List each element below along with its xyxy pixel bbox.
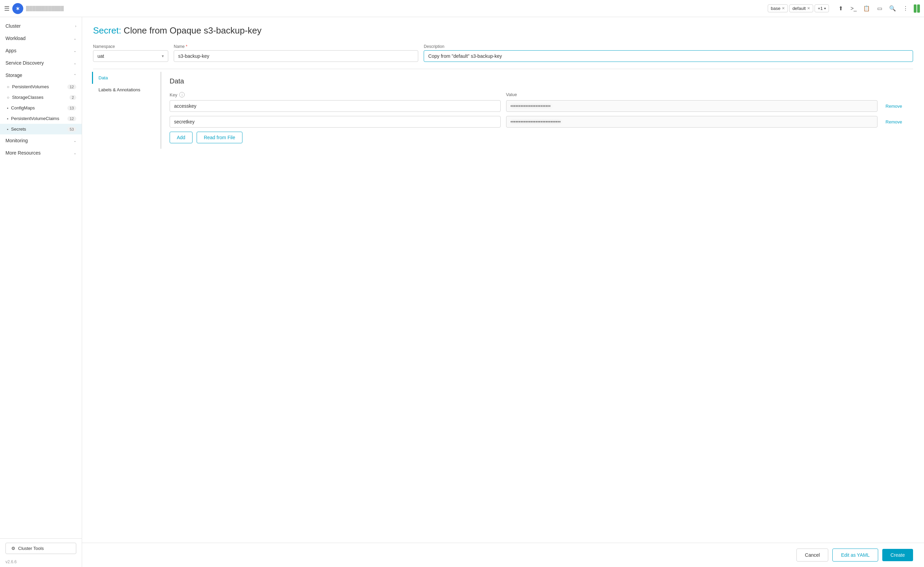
name-label: Name bbox=[174, 44, 418, 49]
file-icon[interactable]: 📋 bbox=[862, 4, 872, 14]
sidebar-section-monitoring-header[interactable]: Monitoring ⌄ bbox=[0, 134, 82, 147]
chevron-up-icon: ⌃ bbox=[74, 74, 76, 77]
sidebar-section-cluster-header[interactable]: Cluster › bbox=[0, 20, 82, 32]
sidebar-section-service-discovery-label: Service Discovery bbox=[6, 60, 44, 66]
context-tag-base[interactable]: base ✕ bbox=[768, 4, 788, 12]
secrets-count: 53 bbox=[68, 127, 76, 132]
sidebar-item-secrets[interactable]: ▪ Secrets 53 bbox=[0, 124, 82, 134]
pvc-icon: ▪ bbox=[7, 116, 8, 121]
gear-icon: ⚙ bbox=[11, 546, 15, 551]
bottom-bar: Cancel Edit as YAML Create bbox=[82, 543, 924, 567]
version-label: v2.6.6 bbox=[0, 558, 82, 567]
pvc-count: 12 bbox=[68, 116, 76, 121]
divider bbox=[93, 69, 913, 69]
upload-icon[interactable]: ⬆ bbox=[836, 4, 845, 14]
sidebar-section-storage-header[interactable]: Storage ⌃ bbox=[0, 69, 82, 81]
sidebar-section-apps-header[interactable]: Apps ⌄ bbox=[0, 45, 82, 57]
kv-remove-button-1[interactable]: Remove bbox=[883, 118, 905, 126]
sidebar-section-more-resources-header[interactable]: More Resources ⌄ bbox=[0, 147, 82, 159]
kv-remove-button-0[interactable]: Remove bbox=[883, 102, 905, 110]
kv-value-input-1[interactable] bbox=[506, 116, 878, 128]
kv-key-input-1[interactable] bbox=[170, 116, 501, 128]
app-logo bbox=[12, 3, 23, 14]
status-bar-2 bbox=[917, 4, 920, 13]
sidebar-content: Cluster › Workload ⌄ Apps ⌄ bbox=[0, 17, 82, 538]
context-tag-base-close[interactable]: ✕ bbox=[782, 6, 785, 10]
sidebar-item-storage-classes-label: StorageClasses bbox=[12, 95, 44, 100]
sidebar-section-apps: Apps ⌄ bbox=[0, 45, 82, 57]
chevron-down-icon-monitoring: ⌄ bbox=[74, 139, 76, 142]
sidebar-item-config-maps-label: ConfigMaps bbox=[11, 105, 34, 111]
more-icon[interactable]: ⋮ bbox=[901, 4, 910, 14]
sidebar-section-storage: Storage ⌃ ○ PersistentVolumes 12 ○ Stora… bbox=[0, 69, 82, 134]
sidebar: Cluster › Workload ⌄ Apps ⌄ bbox=[0, 17, 82, 567]
config-maps-icon: ▪ bbox=[7, 106, 8, 111]
kv-row-1: Remove bbox=[170, 116, 905, 128]
topbar: ☰ ████████████ base ✕ default ✕ +1 ▾ ⬆ >… bbox=[0, 0, 924, 17]
add-button[interactable]: Add bbox=[170, 132, 192, 143]
sidebar-item-config-maps[interactable]: ▪ ConfigMaps 13 bbox=[0, 103, 82, 113]
sidebar-item-persistent-volumes[interactable]: ○ PersistentVolumes 12 bbox=[0, 81, 82, 92]
sidebar-section-more-resources-label: More Resources bbox=[6, 150, 41, 156]
sidebar-item-storage-classes[interactable]: ○ StorageClasses 2 bbox=[0, 92, 82, 103]
terminal-icon[interactable]: >_ bbox=[849, 4, 858, 14]
page-title: Secret: Clone from Opaque s3-backup-key bbox=[93, 25, 913, 36]
context-more-label: +1 bbox=[818, 6, 823, 11]
tab-data-label: Data bbox=[99, 75, 108, 80]
chevron-down-icon-more: ⌄ bbox=[74, 151, 76, 155]
tab-labels-annotations[interactable]: Labels & Annotations bbox=[92, 84, 160, 96]
sidebar-item-persistent-volumes-label: PersistentVolumes bbox=[12, 84, 49, 89]
namespace-chevron-icon: ▾ bbox=[162, 54, 164, 58]
menu-icon[interactable]: ☰ bbox=[4, 5, 10, 12]
value-header-label: Value bbox=[506, 92, 517, 97]
create-button[interactable]: Create bbox=[882, 549, 913, 561]
cluster-tools-button[interactable]: ⚙ Cluster Tools bbox=[6, 543, 76, 554]
namespace-value: uat bbox=[98, 53, 104, 59]
sidebar-section-cluster-label: Cluster bbox=[6, 23, 21, 29]
sidebar-section-service-discovery-header[interactable]: Service Discovery ⌄ bbox=[0, 57, 82, 69]
sidebar-section-monitoring: Monitoring ⌄ bbox=[0, 134, 82, 147]
storage-classes-count: 2 bbox=[69, 95, 76, 100]
status-bar-1 bbox=[914, 4, 916, 13]
key-info-icon[interactable]: i bbox=[179, 92, 184, 98]
page-title-text: Clone from Opaque s3-backup-key bbox=[124, 25, 262, 36]
tab-data[interactable]: Data bbox=[92, 72, 160, 84]
tab-labels-annotations-label: Labels & Annotations bbox=[99, 87, 140, 92]
edit-yaml-button[interactable]: Edit as YAML bbox=[832, 549, 878, 561]
sidebar-section-cluster: Cluster › bbox=[0, 20, 82, 32]
sidebar-section-monitoring-label: Monitoring bbox=[6, 138, 28, 143]
namespace-label: Namespace bbox=[93, 44, 168, 49]
description-field: Description bbox=[424, 44, 913, 62]
sidebar-section-workload-header[interactable]: Workload ⌄ bbox=[0, 32, 82, 45]
tabs-layout: Data Labels & Annotations Data Key i bbox=[93, 72, 913, 149]
kv-row-0: Remove bbox=[170, 100, 905, 112]
cancel-button[interactable]: Cancel bbox=[796, 549, 829, 561]
sidebar-footer: ⚙ Cluster Tools bbox=[0, 538, 82, 558]
read-from-file-button[interactable]: Read from File bbox=[196, 132, 243, 143]
sidebar-item-pvc[interactable]: ▪ PersistentVolumeClaims 12 bbox=[0, 113, 82, 124]
name-input[interactable] bbox=[174, 50, 418, 62]
copy-icon[interactable]: ▭ bbox=[875, 4, 884, 14]
kv-headers: Key i Value bbox=[170, 92, 905, 98]
namespace-select[interactable]: uat ▾ bbox=[93, 50, 168, 62]
context-tag-base-label: base bbox=[771, 6, 780, 11]
status-indicator bbox=[914, 4, 920, 13]
kv-key-input-0[interactable] bbox=[170, 100, 501, 112]
context-more-button[interactable]: +1 ▾ bbox=[814, 4, 829, 12]
context-tag-default-close[interactable]: ✕ bbox=[807, 6, 810, 10]
sidebar-item-secrets-label: Secrets bbox=[11, 126, 26, 132]
description-input[interactable] bbox=[424, 50, 913, 62]
kv-value-input-0[interactable] bbox=[506, 100, 878, 112]
sidebar-section-more-resources: More Resources ⌄ bbox=[0, 147, 82, 159]
main-layout: Cluster › Workload ⌄ Apps ⌄ bbox=[0, 17, 924, 567]
description-label: Description bbox=[424, 44, 913, 49]
search-icon[interactable]: 🔍 bbox=[888, 4, 897, 14]
form-row-main: Namespace uat ▾ Name Description bbox=[93, 44, 913, 62]
namespace-field: Namespace uat ▾ bbox=[93, 44, 168, 62]
name-field: Name bbox=[174, 44, 418, 62]
chevron-down-icon-workload: ⌄ bbox=[74, 37, 76, 40]
context-tag-default[interactable]: default ✕ bbox=[789, 4, 813, 12]
config-maps-count: 13 bbox=[68, 106, 76, 111]
data-section: Data Key i Value bbox=[161, 72, 913, 149]
storage-classes-icon: ○ bbox=[7, 95, 9, 100]
